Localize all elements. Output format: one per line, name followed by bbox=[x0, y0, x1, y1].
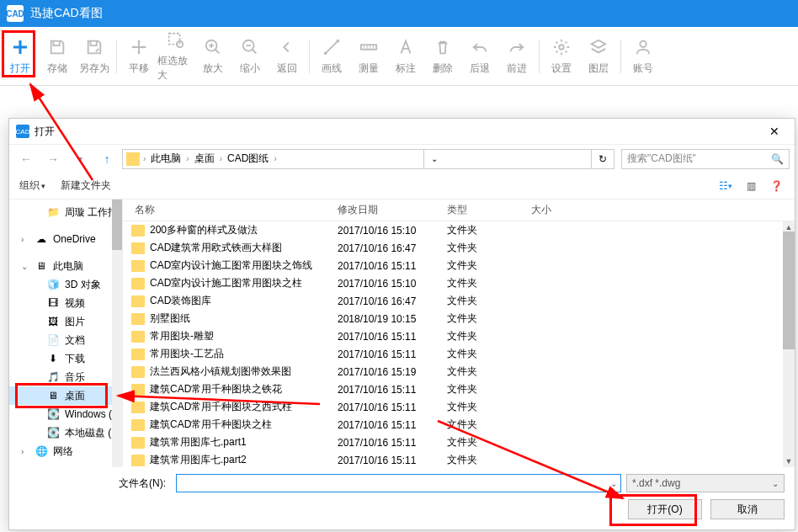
refresh-icon[interactable]: ↻ bbox=[591, 150, 614, 168]
file-row[interactable]: CAD室内设计施工图常用图块之饰线2017/10/16 15:11文件夹 bbox=[123, 257, 795, 274]
nav-up-icon[interactable]: ↑ bbox=[95, 148, 119, 170]
folder-icon bbox=[131, 455, 145, 466]
expand-icon[interactable]: › bbox=[21, 447, 29, 456]
cancel-button[interactable]: 取消 bbox=[710, 499, 785, 519]
new-folder-button[interactable]: 新建文件夹 bbox=[61, 178, 111, 193]
breadcrumb[interactable]: › 此电脑 › 桌面 › CAD图纸 › ⌄ ↻ bbox=[122, 149, 614, 169]
ribbon-delete-button[interactable]: 删除 bbox=[424, 30, 461, 82]
ribbon-measure-button[interactable]: 测量 bbox=[350, 30, 387, 82]
nav-history-icon[interactable]: ▾ bbox=[68, 148, 92, 170]
folder-icon bbox=[131, 242, 145, 254]
folder-icon bbox=[131, 366, 145, 378]
list-scrollbar[interactable]: ▲ ▼ bbox=[783, 221, 795, 467]
annotation-highlight-open bbox=[2, 30, 35, 77]
breadcrumb-seg[interactable]: 桌面 bbox=[189, 152, 220, 166]
scroll-down-icon[interactable]: ▼ bbox=[783, 455, 795, 467]
preview-pane-icon[interactable]: ▥ bbox=[742, 178, 759, 194]
file-row[interactable]: 法兰西风格小镇规划图带效果图2017/10/16 15:19文件夹 bbox=[123, 363, 795, 380]
ribbon-saveas-button[interactable]: 另存为 bbox=[76, 30, 113, 82]
ribbon-undo-button[interactable]: 后退 bbox=[461, 30, 498, 82]
file-row[interactable]: CAD室内设计施工图常用图块之柱2017/10/16 15:10文件夹 bbox=[123, 274, 795, 292]
file-row[interactable]: 200多种窗的样式及做法2017/10/16 15:10文件夹 bbox=[123, 221, 795, 239]
dialog-titlebar: CAD 打开 ✕ bbox=[9, 119, 795, 144]
file-row[interactable]: 建筑CAD常用千种图块之西式柱2017/10/16 15:11文件夹 bbox=[123, 398, 795, 416]
col-type[interactable]: 类型 bbox=[447, 203, 531, 217]
svg-point-4 bbox=[324, 52, 327, 56]
svg-point-5 bbox=[337, 40, 340, 43]
folder-icon bbox=[131, 313, 145, 325]
ribbon-line-button[interactable]: 画线 bbox=[313, 30, 350, 82]
breadcrumb-dropdown-icon[interactable]: ⌄ bbox=[423, 150, 444, 168]
save-icon bbox=[46, 36, 68, 58]
folder-icon: 📁 bbox=[46, 205, 60, 219]
filetype-filter[interactable]: *.dxf *.dwg⌄ bbox=[626, 474, 785, 492]
tree-item[interactable]: 📁周璇 工作报 bbox=[9, 203, 122, 221]
ribbon-zoomout-button[interactable]: 缩小 bbox=[231, 30, 269, 82]
dialog-title: 打开 bbox=[35, 125, 55, 139]
search-input[interactable]: 搜索"CAD图纸" 🔍 bbox=[621, 149, 790, 169]
layers-icon bbox=[588, 36, 609, 58]
app-title: 迅捷CAD看图 bbox=[30, 6, 103, 21]
redo-icon bbox=[506, 36, 528, 58]
tree-item[interactable]: ⬇下载 bbox=[9, 349, 122, 368]
ribbon-separator bbox=[309, 40, 310, 73]
ribbon-zoomin-button[interactable]: 放大 bbox=[194, 30, 231, 82]
file-row[interactable]: 建筑CAD常用千种图块之柱2017/10/16 15:11文件夹 bbox=[123, 416, 795, 434]
search-placeholder: 搜索"CAD图纸" bbox=[627, 152, 696, 166]
ribbon-back-button[interactable]: 返回 bbox=[269, 30, 306, 82]
nav-back-icon[interactable]: ← bbox=[14, 148, 38, 170]
folder-icon bbox=[131, 348, 145, 360]
tree-panel: 📁周璇 工作报›☁OneDrive⌄🖥此电脑🧊3D 对象🎞视频🖼图片📄文档⬇下载… bbox=[9, 200, 123, 467]
tree-item[interactable]: 🖼图片 bbox=[9, 312, 122, 331]
ribbon-redo-button[interactable]: 前进 bbox=[498, 30, 535, 82]
ribbon-save-button[interactable]: 存储 bbox=[39, 30, 76, 82]
filename-input[interactable]: ⌄ bbox=[176, 474, 621, 492]
file-row[interactable]: 常用图块-雕塑2017/10/16 15:11文件夹 bbox=[123, 327, 795, 345]
ribbon-user-button[interactable]: 账号 bbox=[625, 30, 662, 82]
col-date[interactable]: 修改日期 bbox=[338, 203, 447, 217]
folder-icon bbox=[126, 152, 140, 166]
annotation-highlight-open-button bbox=[609, 494, 697, 526]
file-list: 名称 修改日期 类型 大小 200多种窗的样式及做法2017/10/16 15:… bbox=[123, 200, 795, 467]
expand-icon[interactable]: ⌄ bbox=[21, 262, 29, 271]
tree-item[interactable]: 📄文档 bbox=[9, 331, 122, 349]
tree-scrollbar[interactable] bbox=[112, 200, 122, 467]
breadcrumb-seg[interactable]: 此电脑 bbox=[146, 152, 186, 166]
folder-icon bbox=[131, 384, 145, 396]
file-row[interactable]: 建筑CAD常用千种图块之铁花2017/10/16 15:11文件夹 bbox=[123, 380, 795, 398]
file-row[interactable]: 建筑常用图库七.part12017/10/16 15:11文件夹 bbox=[123, 434, 795, 451]
folder-icon bbox=[131, 295, 145, 307]
ribbon-separator bbox=[116, 40, 117, 73]
tree-item[interactable]: ›☁OneDrive bbox=[9, 230, 122, 248]
close-icon[interactable]: ✕ bbox=[761, 121, 788, 141]
net-icon: 🌐 bbox=[35, 444, 48, 458]
tree-item[interactable]: ⌄🖥此电脑 bbox=[9, 257, 122, 275]
expand-icon[interactable]: › bbox=[21, 235, 29, 244]
file-row[interactable]: CAD装饰图库2017/10/16 16:47文件夹 bbox=[123, 292, 795, 310]
ribbon-zoomrect-button[interactable]: 框选放大 bbox=[157, 30, 194, 82]
music-icon: 🎵 bbox=[46, 370, 60, 384]
tree-item[interactable]: 🧊3D 对象 bbox=[9, 275, 122, 294]
pc-icon: 🖥 bbox=[35, 259, 48, 273]
file-row[interactable]: CAD建筑常用欧式铁画大样图2017/10/16 16:47文件夹 bbox=[123, 239, 795, 257]
tree-item[interactable]: 🎞视频 bbox=[9, 294, 122, 312]
ribbon-annot-button[interactable]: 标注 bbox=[387, 30, 424, 82]
ribbon: 打开存储另存为平移框选放大放大缩小返回画线测量标注删除后退前进设置图层账号 bbox=[0, 27, 798, 86]
ribbon-pan-button[interactable]: 平移 bbox=[120, 30, 157, 82]
col-name[interactable]: 名称 bbox=[123, 203, 338, 217]
tree-item[interactable]: ›🌐网络 bbox=[9, 442, 122, 460]
ribbon-layers-button[interactable]: 图层 bbox=[580, 30, 617, 82]
view-mode-icon[interactable]: ☷ ▾ bbox=[717, 178, 734, 194]
ribbon-separator bbox=[620, 40, 621, 73]
col-size[interactable]: 大小 bbox=[531, 203, 795, 217]
breadcrumb-seg[interactable]: CAD图纸 bbox=[222, 152, 274, 166]
ribbon-settings-button[interactable]: 设置 bbox=[543, 30, 580, 82]
organize-button[interactable]: 组织▾ bbox=[19, 178, 45, 193]
help-icon[interactable]: ❓ bbox=[768, 178, 785, 194]
dialog-nav: ← → ▾ ↑ › 此电脑 › 桌面 › CAD图纸 › ⌄ ↻ 搜索"CAD图… bbox=[9, 144, 795, 173]
file-row[interactable]: 别墅图纸2018/10/19 10:15文件夹 bbox=[123, 310, 795, 327]
tree-item[interactable]: 💽本地磁盘 (D: bbox=[9, 423, 122, 442]
file-row[interactable]: 建筑常用图库七.part22017/10/16 15:11文件夹 bbox=[123, 451, 795, 467]
ribbon-separator bbox=[539, 40, 540, 73]
file-row[interactable]: 常用图块-工艺品2017/10/16 15:11文件夹 bbox=[123, 345, 795, 363]
